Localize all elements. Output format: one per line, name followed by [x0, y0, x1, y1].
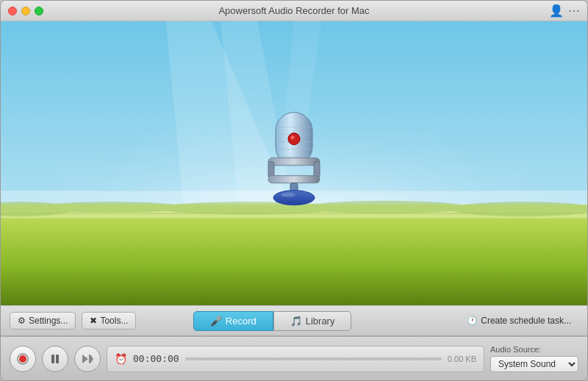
tab-record[interactable]: 🎤 Record: [193, 311, 273, 331]
tools-label: Tools...: [100, 316, 128, 326]
svg-rect-5: [1, 204, 587, 305]
timer-display: 00:00:00: [133, 353, 179, 364]
music-tab-icon: 🎵: [290, 316, 302, 327]
pause-button[interactable]: [42, 346, 68, 372]
menu-icon[interactable]: ⋯: [568, 4, 580, 18]
library-tab-label: Library: [306, 316, 335, 327]
schedule-label: Create schedule task...: [481, 316, 571, 326]
audio-source-group: Audio Source: System Sound: [490, 345, 578, 372]
svg-point-28: [281, 193, 295, 197]
toolbar: ⚙ Settings... ✖ Tools... 🎤 Record 🎵 Libr…: [1, 305, 587, 336]
audio-source-select[interactable]: System Sound: [490, 356, 578, 372]
microphone-icon: [254, 105, 334, 211]
timer-icon: ⏰: [115, 353, 127, 365]
progress-track: [185, 357, 442, 360]
gear-icon: ⚙: [18, 316, 26, 326]
progress-area: ⏰ 00:00:00 0.00 KB: [107, 346, 484, 372]
audio-source-label: Audio Source:: [490, 345, 578, 354]
svg-rect-31: [51, 355, 54, 363]
svg-point-30: [19, 355, 26, 363]
minimize-button[interactable]: [21, 7, 30, 15]
maximize-button[interactable]: [35, 7, 43, 15]
settings-label: Settings...: [29, 316, 68, 326]
svg-rect-32: [56, 355, 59, 363]
window-title: Apowersoft Audio Recorder for Mac: [218, 5, 369, 16]
svg-point-27: [273, 190, 315, 205]
titlebar: Apowersoft Audio Recorder for Mac 👤 ⋯: [1, 1, 587, 21]
schedule-button[interactable]: 🕐 Create schedule task...: [459, 313, 578, 329]
close-button[interactable]: [8, 7, 17, 15]
tools-button[interactable]: ✖ Tools...: [82, 312, 136, 330]
traffic-lights: [8, 7, 43, 15]
svg-point-20: [288, 133, 300, 145]
tab-group: 🎤 Record 🎵 Library: [193, 311, 352, 331]
svg-rect-25: [268, 176, 320, 183]
svg-marker-35: [90, 355, 93, 363]
clock-icon: 🕐: [467, 316, 478, 326]
svg-rect-22: [268, 158, 320, 165]
controls-bar: ⏰ 00:00:00 0.00 KB Audio Source: System …: [1, 336, 587, 380]
titlebar-right-icons: 👤 ⋯: [549, 4, 580, 18]
settings-button[interactable]: ⚙ Settings...: [10, 312, 76, 330]
tab-library[interactable]: 🎵 Library: [273, 311, 352, 331]
svg-marker-33: [82, 355, 88, 363]
svg-point-21: [291, 135, 295, 139]
app-window: Apowersoft Audio Recorder for Mac 👤 ⋯: [0, 0, 588, 381]
tools-icon: ✖: [90, 316, 97, 326]
play-skip-button[interactable]: [74, 346, 101, 372]
record-tab-label: Record: [226, 316, 257, 327]
main-visual-area: [1, 21, 587, 305]
record-button[interactable]: [10, 346, 36, 372]
file-size-display: 0.00 KB: [448, 355, 476, 363]
svg-rect-34: [89, 355, 90, 363]
user-icon: 👤: [549, 4, 564, 18]
mic-tab-icon: 🎤: [210, 316, 222, 327]
